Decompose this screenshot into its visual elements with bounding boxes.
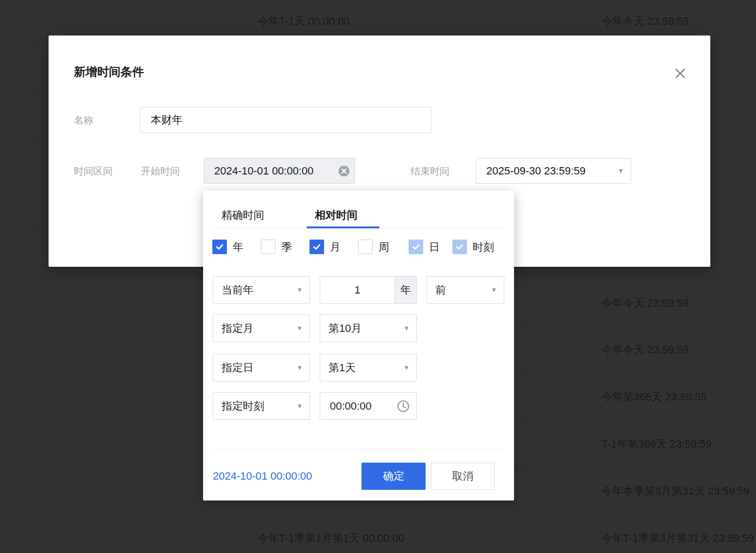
result-preview: 2024-10-01 00:00:00 <box>213 469 312 484</box>
time-picker-popup: 精确时间 相对时间 年 季 月 周 日 时刻 当前年 ▼ 1 <box>203 190 514 501</box>
chevron-down-icon: ▼ <box>296 325 303 332</box>
footer-divider <box>213 449 504 450</box>
year-offset-input[interactable]: 1 年 <box>320 276 417 304</box>
start-time-value: 2024-10-01 00:00:00 <box>214 165 313 177</box>
chevron-down-icon: ▼ <box>403 325 410 332</box>
year-direction-value: 前 <box>435 283 446 297</box>
close-icon[interactable] <box>673 67 687 80</box>
checkbox-day <box>409 240 423 254</box>
month-value-select[interactable]: 第10月 ▼ <box>320 314 417 342</box>
screen: 今年T-1天 00:00:00 今年今天 23:59:59 今年今天 23:59… <box>0 0 756 553</box>
end-time-value: 2025-09-30 23:59:59 <box>486 165 585 177</box>
name-label: 名称 <box>74 113 93 127</box>
chevron-down-icon: ▼ <box>296 286 303 294</box>
year-mode-select[interactable]: 当前年 ▼ <box>213 276 310 304</box>
confirm-button[interactable]: 确定 <box>361 463 426 490</box>
year-mode-value: 当前年 <box>222 283 254 297</box>
checkbox-moment-label: 时刻 <box>473 240 494 255</box>
dialog-title: 新增时间条件 <box>74 65 144 79</box>
start-time-label: 开始时间 <box>141 164 180 178</box>
cancel-button[interactable]: 取消 <box>431 463 495 490</box>
day-value: 第1天 <box>328 361 356 375</box>
table-cell: 今年第366天 23:59:59 <box>601 390 706 404</box>
table-cell: 今年T-1季第1月第1天 00:00:00 <box>258 531 404 546</box>
table-cell: 今年本季第3月第31天 23:59:59 <box>601 484 749 499</box>
checkbox-month[interactable] <box>309 240 324 254</box>
checkbox-month-label: 月 <box>330 240 341 255</box>
month-mode-select[interactable]: 指定月 ▼ <box>213 314 310 342</box>
checkbox-week[interactable] <box>358 240 373 254</box>
row-divider <box>0 514 756 514</box>
year-direction-select[interactable]: 前 ▼ <box>427 276 504 304</box>
table-cell: 今年今天 23:59:59 <box>601 296 689 311</box>
checkbox-moment <box>452 240 467 254</box>
table-cell: 今年今天 23:59:59 <box>601 343 689 357</box>
chevron-down-icon: ▼ <box>403 364 410 371</box>
table-cell: 今年T-1季第3月第31天 23:59:59 <box>601 531 754 546</box>
month-mode-value: 指定月 <box>222 321 254 336</box>
clock-icon <box>397 400 410 413</box>
end-time-field[interactable]: 2025-09-30 23:59:59 ▼ <box>476 158 631 184</box>
month-value: 第10月 <box>328 321 361 336</box>
active-tab-underline <box>307 226 379 228</box>
chevron-down-icon: ▼ <box>618 167 624 174</box>
tab-relative-time[interactable]: 相对时间 <box>315 208 358 222</box>
start-time-field[interactable]: 2024-10-01 00:00:00 <box>204 158 355 184</box>
day-mode-value: 指定日 <box>222 361 254 375</box>
chevron-down-icon: ▼ <box>296 364 303 371</box>
row-divider <box>0 1 756 1</box>
checkbox-day-label: 日 <box>429 240 440 255</box>
moment-time-value: 00:00:00 <box>330 400 372 413</box>
tab-exact-time[interactable]: 精确时间 <box>222 208 264 222</box>
checkbox-quarter-label: 季 <box>281 240 292 255</box>
checkbox-year[interactable] <box>212 240 227 254</box>
time-range-label: 时间区间 <box>74 164 113 178</box>
day-mode-select[interactable]: 指定日 ▼ <box>213 354 310 381</box>
moment-mode-value: 指定时刻 <box>222 399 264 414</box>
day-value-select[interactable]: 第1天 ▼ <box>320 354 417 381</box>
checkbox-week-label: 周 <box>378 240 389 255</box>
end-time-label: 结束时间 <box>411 164 449 178</box>
table-cell: 今年T-1天 00:00:00 <box>258 14 350 29</box>
moment-mode-select[interactable]: 指定时刻 ▼ <box>213 392 310 420</box>
chevron-down-icon: ▼ <box>296 402 303 410</box>
year-offset-unit: 年 <box>395 276 416 303</box>
table-cell: 今年今天 23:59:59 <box>601 14 689 29</box>
moment-time-input[interactable]: 00:00:00 <box>320 392 417 420</box>
name-value: 本财年 <box>151 113 183 127</box>
clear-icon[interactable] <box>338 165 350 177</box>
name-input[interactable]: 本财年 <box>140 107 431 133</box>
checkbox-year-label: 年 <box>233 240 243 255</box>
table-cell: T-1年第366天 23:59:59 <box>601 437 711 451</box>
checkbox-quarter[interactable] <box>261 240 275 254</box>
chevron-down-icon: ▼ <box>491 286 497 294</box>
year-offset-value[interactable]: 1 <box>320 276 395 303</box>
